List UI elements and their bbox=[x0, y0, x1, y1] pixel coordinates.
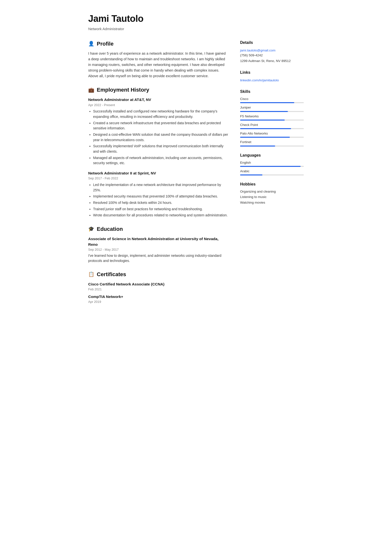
bullet: Wrote documentation for all procedures r… bbox=[93, 213, 228, 218]
profile-section-title: 👤 Profile bbox=[88, 40, 228, 48]
job-2-date: Sep 2017 - Feb 2022 bbox=[88, 176, 228, 181]
hobby-item: Watching movies bbox=[240, 200, 304, 205]
skills-container: Cisco Juniper F5 Networks Check Point Pa… bbox=[240, 97, 304, 147]
address: 1299 Aultman St, Reno, NV 89512 bbox=[240, 59, 304, 63]
skill-bar-bg bbox=[240, 102, 304, 103]
cert-1: Cisco Certified Network Associate (CCNA)… bbox=[88, 281, 228, 292]
bullet: Led the implementation of a new network … bbox=[93, 182, 228, 193]
email-link[interactable]: jami.tautolo@gmail.com bbox=[240, 49, 275, 52]
skill-bar-fill bbox=[240, 128, 291, 129]
language-bar-fill bbox=[240, 174, 262, 175]
right-column: Details jami.tautolo@gmail.com (756) 509… bbox=[240, 40, 304, 311]
edu-1-title: Associate of Science in Network Administ… bbox=[88, 236, 228, 247]
skill-bar-fill bbox=[240, 146, 275, 147]
bullet: Created a secure network infrastructure … bbox=[93, 121, 228, 131]
skill-label: Cisco bbox=[240, 97, 304, 101]
bullet: Implemented security measures that preve… bbox=[93, 194, 228, 199]
skill-bar-bg bbox=[240, 111, 304, 112]
languages-container: English Arabic bbox=[240, 160, 304, 176]
job-1: Network Administrator at AT&T, NV Apr 20… bbox=[88, 97, 228, 166]
bullet: Successfully installed and configured ne… bbox=[93, 109, 228, 119]
main-content: 👤 Profile I have over 5 years of experie… bbox=[88, 40, 304, 311]
employment-icon: 💼 bbox=[88, 86, 94, 94]
bullet: Resolved 100% of help desk tickets withi… bbox=[93, 200, 228, 206]
skill-bar-bg bbox=[240, 128, 304, 129]
skill-label: Fortinet bbox=[240, 140, 304, 145]
profile-icon: 👤 bbox=[88, 40, 94, 47]
job-1-bullets: Successfully installed and configured ne… bbox=[88, 109, 228, 166]
hobbies-section-title: Hobbies bbox=[240, 181, 304, 187]
bullet: Managed all aspects of network administr… bbox=[93, 155, 228, 166]
skill-bar-bg bbox=[240, 137, 304, 138]
profile-text: I have over 5 years of experience as a n… bbox=[88, 51, 228, 79]
cert-2-title: CompTIA Network+ bbox=[88, 294, 228, 299]
candidate-title: Network Administrator bbox=[88, 26, 304, 32]
education-section: 🎓 Education Associate of Science in Netw… bbox=[88, 225, 228, 263]
skill-label: F5 Networks bbox=[240, 114, 304, 119]
cert-1-date: Feb 2021 bbox=[88, 287, 228, 292]
education-section-title: 🎓 Education bbox=[88, 225, 228, 233]
skill-label: Juniper bbox=[240, 105, 304, 110]
skill-item: Cisco bbox=[240, 97, 304, 103]
phone: (756) 509-4242 bbox=[240, 53, 304, 58]
links-section-title: Links bbox=[240, 70, 304, 75]
skill-label: Check Point bbox=[240, 123, 304, 127]
language-label: English bbox=[240, 160, 304, 165]
employment-section-title: 💼 Employment History bbox=[88, 86, 228, 94]
education-icon: 🎓 bbox=[88, 225, 94, 233]
skill-label: Palo Alto Networks bbox=[240, 131, 304, 136]
languages-section-title: Languages bbox=[240, 152, 304, 158]
job-1-date: Apr 2022 - Present bbox=[88, 103, 228, 108]
skill-bar-bg bbox=[240, 120, 304, 121]
language-bar-bg bbox=[240, 166, 304, 167]
language-label: Arabic bbox=[240, 169, 304, 174]
profile-section: 👤 Profile I have over 5 years of experie… bbox=[88, 40, 228, 79]
cert-2: CompTIA Network+ Apr 2019 bbox=[88, 294, 228, 304]
skill-bar-fill bbox=[240, 137, 290, 138]
left-column: 👤 Profile I have over 5 years of experie… bbox=[88, 40, 228, 311]
hobby-item: Listening to music bbox=[240, 195, 304, 199]
language-item: Arabic bbox=[240, 169, 304, 175]
job-2: Network Administrator II at Sprint, NV S… bbox=[88, 170, 228, 218]
skill-bar-fill bbox=[240, 111, 288, 112]
edu-item-1: Associate of Science in Network Administ… bbox=[88, 236, 228, 263]
resume-page: Jami Tautolo Network Administrator 👤 Pro… bbox=[78, 0, 314, 326]
skill-item: Check Point bbox=[240, 123, 304, 129]
skill-item: Juniper bbox=[240, 105, 304, 112]
job-2-bullets: Led the implementation of a new network … bbox=[88, 182, 228, 218]
cert-2-date: Apr 2019 bbox=[88, 299, 228, 304]
details-section-title: Details bbox=[240, 40, 304, 46]
header: Jami Tautolo Network Administrator bbox=[88, 12, 304, 32]
job-1-title: Network Administrator at AT&T, NV bbox=[88, 97, 228, 102]
cert-1-title: Cisco Certified Network Associate (CCNA) bbox=[88, 281, 228, 287]
details-section: Details jami.tautolo@gmail.com (756) 509… bbox=[240, 40, 304, 64]
languages-section: Languages English Arabic bbox=[240, 152, 304, 176]
skills-section: Skills Cisco Juniper F5 Networks Check P… bbox=[240, 89, 304, 147]
employment-section: 💼 Employment History Network Administrat… bbox=[88, 86, 228, 218]
edu-1-desc: I've learned how to design, implement, a… bbox=[88, 253, 228, 263]
certificates-section-title: 📋 Certificates bbox=[88, 270, 228, 278]
candidate-name: Jami Tautolo bbox=[88, 12, 304, 26]
language-bar-bg bbox=[240, 174, 304, 175]
linkedin-link[interactable]: linkedin.com/in/jamitautolo bbox=[240, 78, 279, 82]
hobbies-section: Hobbies Organizing and cleaningListening… bbox=[240, 181, 304, 205]
hobbies-container: Organizing and cleaningListening to musi… bbox=[240, 189, 304, 205]
job-2-title: Network Administrator II at Sprint, NV bbox=[88, 170, 228, 176]
skills-section-title: Skills bbox=[240, 89, 304, 95]
edu-1-date: Sep 2012 - May 2017 bbox=[88, 247, 228, 252]
skill-bar-fill bbox=[240, 102, 294, 103]
bullet: Trained junior staff on best practices f… bbox=[93, 207, 228, 212]
certificates-section: 📋 Certificates Cisco Certified Network A… bbox=[88, 270, 228, 304]
language-item: English bbox=[240, 160, 304, 167]
links-section: Links linkedin.com/in/jamitautolo bbox=[240, 70, 304, 83]
language-bar-fill bbox=[240, 166, 301, 167]
hobby-item: Organizing and cleaning bbox=[240, 189, 304, 194]
skill-item: Palo Alto Networks bbox=[240, 131, 304, 138]
skill-item: Fortinet bbox=[240, 140, 304, 146]
bullet: Successfully implemented VoIP solutions … bbox=[93, 144, 228, 154]
skill-bar-bg bbox=[240, 146, 304, 147]
skill-bar-fill bbox=[240, 120, 285, 121]
certificate-icon: 📋 bbox=[88, 271, 94, 278]
bullet: Designed a cost-effective WAN solution t… bbox=[93, 132, 228, 143]
skill-item: F5 Networks bbox=[240, 114, 304, 121]
